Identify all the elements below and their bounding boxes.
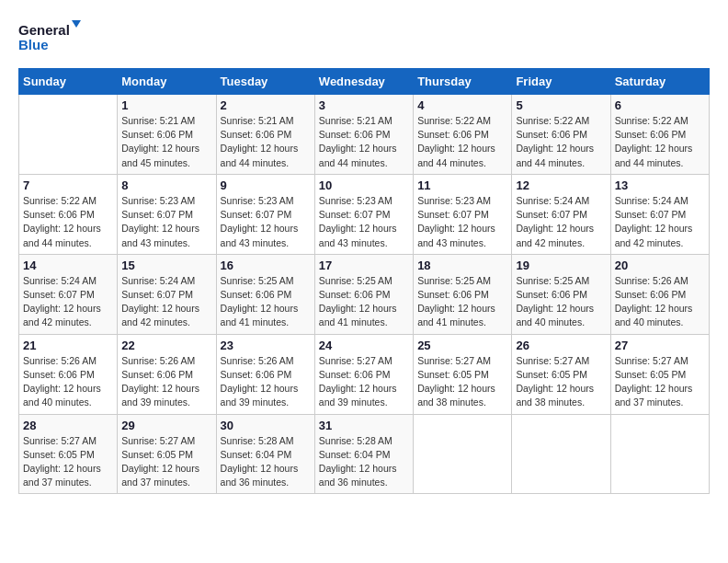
day-number: 29: [121, 419, 211, 432]
day-number: 10: [319, 178, 409, 192]
calendar-day-cell: [414, 414, 512, 494]
day-detail: Sunrise: 5:21 AMSunset: 6:06 PMDaylight:…: [221, 114, 311, 170]
day-number: 20: [615, 259, 705, 272]
day-number: 30: [221, 419, 311, 432]
day-detail: Sunrise: 5:27 AMSunset: 6:05 PMDaylight:…: [516, 354, 606, 410]
day-number: 12: [516, 178, 606, 192]
calendar-day-cell: 16Sunrise: 5:25 AMSunset: 6:06 PMDayligh…: [216, 254, 314, 334]
calendar-day-cell: 23Sunrise: 5:26 AMSunset: 6:06 PMDayligh…: [216, 334, 314, 414]
day-detail: Sunrise: 5:25 AMSunset: 6:06 PMDaylight:…: [221, 274, 311, 330]
day-detail: Sunrise: 5:24 AMSunset: 6:07 PMDaylight:…: [121, 274, 211, 330]
calendar-header-cell: Saturday: [610, 69, 709, 95]
day-number: 24: [319, 339, 409, 352]
calendar-day-cell: 9Sunrise: 5:23 AMSunset: 6:07 PMDaylight…: [216, 174, 314, 254]
day-number: 16: [221, 259, 311, 272]
calendar-header-cell: Thursday: [414, 69, 512, 95]
calendar-day-cell: 8Sunrise: 5:23 AMSunset: 6:07 PMDaylight…: [118, 174, 216, 254]
day-number: 26: [516, 339, 606, 352]
day-number: 2: [221, 98, 311, 112]
logo: General Blue: [18, 18, 83, 59]
calendar-day-cell: 10Sunrise: 5:23 AMSunset: 6:07 PMDayligh…: [314, 174, 413, 254]
day-detail: Sunrise: 5:22 AMSunset: 6:06 PMDaylight:…: [417, 114, 507, 170]
day-detail: Sunrise: 5:27 AMSunset: 6:05 PMDaylight:…: [23, 434, 113, 490]
day-detail: Sunrise: 5:26 AMSunset: 6:06 PMDaylight:…: [23, 354, 113, 410]
svg-marker-2: [72, 20, 81, 28]
day-detail: Sunrise: 5:27 AMSunset: 6:05 PMDaylight:…: [417, 354, 507, 410]
calendar-day-cell: 27Sunrise: 5:27 AMSunset: 6:05 PMDayligh…: [610, 334, 709, 414]
day-detail: Sunrise: 5:28 AMSunset: 6:04 PMDaylight:…: [221, 434, 311, 490]
calendar-day-cell: 14Sunrise: 5:24 AMSunset: 6:07 PMDayligh…: [19, 254, 118, 334]
day-number: 11: [417, 178, 507, 192]
day-number: 15: [121, 259, 211, 272]
day-number: 7: [23, 178, 113, 192]
day-number: 13: [615, 178, 705, 192]
svg-text:General: General: [18, 22, 70, 38]
day-number: 25: [417, 339, 507, 352]
day-number: 17: [319, 259, 409, 272]
calendar-header-cell: Sunday: [19, 69, 118, 95]
day-detail: Sunrise: 5:27 AMSunset: 6:06 PMDaylight:…: [319, 354, 409, 410]
calendar-day-cell: 29Sunrise: 5:27 AMSunset: 6:05 PMDayligh…: [118, 414, 216, 494]
calendar-day-cell: 22Sunrise: 5:26 AMSunset: 6:06 PMDayligh…: [118, 334, 216, 414]
calendar-week-row: 21Sunrise: 5:26 AMSunset: 6:06 PMDayligh…: [19, 334, 710, 414]
day-number: 9: [221, 178, 311, 192]
day-number: 1: [121, 98, 211, 112]
calendar-day-cell: 20Sunrise: 5:26 AMSunset: 6:06 PMDayligh…: [610, 254, 709, 334]
day-detail: Sunrise: 5:24 AMSunset: 6:07 PMDaylight:…: [516, 194, 606, 250]
logo-svg: General Blue: [18, 18, 83, 59]
day-detail: Sunrise: 5:21 AMSunset: 6:06 PMDaylight:…: [319, 114, 409, 170]
day-detail: Sunrise: 5:23 AMSunset: 6:07 PMDaylight:…: [319, 194, 409, 250]
calendar-table: SundayMondayTuesdayWednesdayThursdayFrid…: [18, 68, 710, 494]
calendar-day-cell: [610, 414, 709, 494]
day-detail: Sunrise: 5:22 AMSunset: 6:06 PMDaylight:…: [23, 194, 113, 250]
day-number: 3: [319, 98, 409, 112]
day-detail: Sunrise: 5:23 AMSunset: 6:07 PMDaylight:…: [417, 194, 507, 250]
day-detail: Sunrise: 5:27 AMSunset: 6:05 PMDaylight:…: [615, 354, 705, 410]
day-number: 28: [23, 419, 113, 432]
calendar-week-row: 1Sunrise: 5:21 AMSunset: 6:06 PMDaylight…: [19, 95, 710, 175]
calendar-day-cell: 7Sunrise: 5:22 AMSunset: 6:06 PMDaylight…: [19, 174, 118, 254]
calendar-header-cell: Tuesday: [216, 69, 314, 95]
calendar-day-cell: 24Sunrise: 5:27 AMSunset: 6:06 PMDayligh…: [314, 334, 413, 414]
calendar-day-cell: 3Sunrise: 5:21 AMSunset: 6:06 PMDaylight…: [314, 95, 413, 175]
calendar-day-cell: 4Sunrise: 5:22 AMSunset: 6:06 PMDaylight…: [414, 95, 512, 175]
day-number: 23: [221, 339, 311, 352]
day-number: 14: [23, 259, 113, 272]
calendar-day-cell: 28Sunrise: 5:27 AMSunset: 6:05 PMDayligh…: [19, 414, 118, 494]
calendar-day-cell: 2Sunrise: 5:21 AMSunset: 6:06 PMDaylight…: [216, 95, 314, 175]
day-detail: Sunrise: 5:25 AMSunset: 6:06 PMDaylight:…: [319, 274, 409, 330]
calendar-day-cell: 30Sunrise: 5:28 AMSunset: 6:04 PMDayligh…: [216, 414, 314, 494]
day-number: 31: [319, 419, 409, 432]
calendar-day-cell: 11Sunrise: 5:23 AMSunset: 6:07 PMDayligh…: [414, 174, 512, 254]
day-number: 18: [417, 259, 507, 272]
calendar-day-cell: 19Sunrise: 5:25 AMSunset: 6:06 PMDayligh…: [512, 254, 610, 334]
calendar-day-cell: 12Sunrise: 5:24 AMSunset: 6:07 PMDayligh…: [512, 174, 610, 254]
day-number: 4: [417, 98, 507, 112]
page-header: General Blue: [18, 18, 710, 59]
svg-text:Blue: Blue: [18, 37, 49, 52]
day-detail: Sunrise: 5:23 AMSunset: 6:07 PMDaylight:…: [121, 194, 211, 250]
day-detail: Sunrise: 5:25 AMSunset: 6:06 PMDaylight:…: [417, 274, 507, 330]
calendar-body: 1Sunrise: 5:21 AMSunset: 6:06 PMDaylight…: [19, 95, 710, 494]
day-detail: Sunrise: 5:24 AMSunset: 6:07 PMDaylight:…: [23, 274, 113, 330]
calendar-week-row: 14Sunrise: 5:24 AMSunset: 6:07 PMDayligh…: [19, 254, 710, 334]
calendar-header-row: SundayMondayTuesdayWednesdayThursdayFrid…: [19, 69, 710, 95]
day-detail: Sunrise: 5:22 AMSunset: 6:06 PMDaylight:…: [615, 114, 705, 170]
day-detail: Sunrise: 5:26 AMSunset: 6:06 PMDaylight:…: [615, 274, 705, 330]
calendar-day-cell: 18Sunrise: 5:25 AMSunset: 6:06 PMDayligh…: [414, 254, 512, 334]
day-number: 21: [23, 339, 113, 352]
calendar-header-cell: Monday: [118, 69, 216, 95]
day-detail: Sunrise: 5:24 AMSunset: 6:07 PMDaylight:…: [615, 194, 705, 250]
day-detail: Sunrise: 5:21 AMSunset: 6:06 PMDaylight:…: [121, 114, 211, 170]
day-detail: Sunrise: 5:27 AMSunset: 6:05 PMDaylight:…: [121, 434, 211, 490]
calendar-day-cell: [19, 95, 118, 175]
day-number: 8: [121, 178, 211, 192]
day-detail: Sunrise: 5:23 AMSunset: 6:07 PMDaylight:…: [221, 194, 311, 250]
day-number: 19: [516, 259, 606, 272]
day-number: 6: [615, 98, 705, 112]
calendar-header-cell: Friday: [512, 69, 610, 95]
calendar-day-cell: 13Sunrise: 5:24 AMSunset: 6:07 PMDayligh…: [610, 174, 709, 254]
calendar-week-row: 28Sunrise: 5:27 AMSunset: 6:05 PMDayligh…: [19, 414, 710, 494]
calendar-day-cell: 6Sunrise: 5:22 AMSunset: 6:06 PMDaylight…: [610, 95, 709, 175]
day-number: 5: [516, 98, 606, 112]
